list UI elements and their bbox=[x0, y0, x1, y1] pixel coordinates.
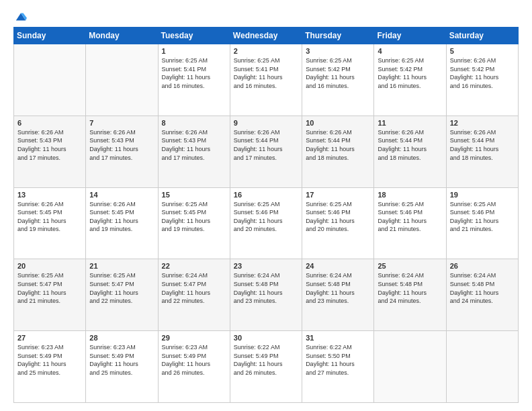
day-info: Sunrise: 6:25 AMSunset: 5:41 PMDaylight:… bbox=[234, 56, 298, 90]
day-info: Sunrise: 6:25 AMSunset: 5:41 PMDaylight:… bbox=[162, 56, 226, 90]
day-number: 9 bbox=[234, 119, 298, 127]
day-info: Sunrise: 6:25 AMSunset: 5:47 PMDaylight:… bbox=[89, 271, 154, 305]
calendar-cell: 6Sunrise: 6:26 AMSunset: 5:43 PMDaylight… bbox=[14, 116, 86, 187]
day-info: Sunrise: 6:25 AMSunset: 5:45 PMDaylight:… bbox=[162, 200, 226, 234]
day-number: 4 bbox=[378, 47, 442, 55]
day-number: 19 bbox=[450, 191, 515, 199]
day-info: Sunrise: 6:26 AMSunset: 5:44 PMDaylight:… bbox=[306, 128, 370, 162]
calendar-week-row: 1Sunrise: 6:25 AMSunset: 5:41 PMDaylight… bbox=[14, 44, 519, 116]
calendar-cell: 25Sunrise: 6:24 AMSunset: 5:48 PMDayligh… bbox=[374, 259, 446, 331]
calendar-cell bbox=[446, 331, 518, 403]
calendar-cell: 18Sunrise: 6:25 AMSunset: 5:46 PMDayligh… bbox=[374, 187, 446, 259]
calendar-day-header: Saturday bbox=[446, 28, 518, 44]
day-number: 5 bbox=[450, 47, 515, 55]
calendar-cell: 14Sunrise: 6:26 AMSunset: 5:45 PMDayligh… bbox=[86, 187, 158, 259]
day-info: Sunrise: 6:23 AMSunset: 5:49 PMDaylight:… bbox=[89, 343, 154, 377]
calendar-week-row: 20Sunrise: 6:25 AMSunset: 5:47 PMDayligh… bbox=[14, 259, 519, 331]
day-info: Sunrise: 6:24 AMSunset: 5:48 PMDaylight:… bbox=[450, 271, 515, 305]
day-info: Sunrise: 6:26 AMSunset: 5:44 PMDaylight:… bbox=[450, 128, 515, 162]
day-number: 12 bbox=[450, 119, 515, 127]
calendar-cell: 17Sunrise: 6:25 AMSunset: 5:46 PMDayligh… bbox=[302, 187, 374, 259]
day-number: 14 bbox=[89, 191, 154, 199]
day-info: Sunrise: 6:26 AMSunset: 5:44 PMDaylight:… bbox=[378, 128, 442, 162]
day-number: 23 bbox=[234, 262, 298, 270]
calendar-cell: 4Sunrise: 6:25 AMSunset: 5:42 PMDaylight… bbox=[374, 44, 446, 116]
day-number: 3 bbox=[306, 47, 370, 55]
calendar-cell: 21Sunrise: 6:25 AMSunset: 5:47 PMDayligh… bbox=[86, 259, 158, 331]
day-info: Sunrise: 6:22 AMSunset: 5:49 PMDaylight:… bbox=[234, 343, 298, 377]
calendar-cell: 16Sunrise: 6:25 AMSunset: 5:46 PMDayligh… bbox=[230, 187, 302, 259]
logo-icon bbox=[15, 11, 27, 23]
day-number: 26 bbox=[450, 262, 515, 270]
day-info: Sunrise: 6:25 AMSunset: 5:46 PMDaylight:… bbox=[378, 200, 442, 234]
day-number: 15 bbox=[162, 191, 226, 199]
calendar-cell: 13Sunrise: 6:26 AMSunset: 5:45 PMDayligh… bbox=[14, 187, 86, 259]
calendar-cell: 20Sunrise: 6:25 AMSunset: 5:47 PMDayligh… bbox=[14, 259, 86, 331]
calendar-cell: 28Sunrise: 6:23 AMSunset: 5:49 PMDayligh… bbox=[86, 331, 158, 403]
day-number: 17 bbox=[306, 191, 370, 199]
day-number: 16 bbox=[234, 191, 298, 199]
day-number: 27 bbox=[17, 334, 82, 342]
day-number: 22 bbox=[162, 262, 226, 270]
day-number: 24 bbox=[306, 262, 370, 270]
calendar-cell: 8Sunrise: 6:26 AMSunset: 5:43 PMDaylight… bbox=[158, 116, 230, 187]
day-number: 6 bbox=[17, 119, 82, 127]
calendar-cell: 24Sunrise: 6:24 AMSunset: 5:48 PMDayligh… bbox=[302, 259, 374, 331]
day-info: Sunrise: 6:26 AMSunset: 5:45 PMDaylight:… bbox=[17, 200, 82, 234]
calendar-cell: 19Sunrise: 6:25 AMSunset: 5:46 PMDayligh… bbox=[446, 187, 518, 259]
calendar-cell: 23Sunrise: 6:24 AMSunset: 5:48 PMDayligh… bbox=[230, 259, 302, 331]
header bbox=[13, 11, 519, 20]
calendar-cell: 29Sunrise: 6:23 AMSunset: 5:49 PMDayligh… bbox=[158, 331, 230, 403]
day-info: Sunrise: 6:26 AMSunset: 5:43 PMDaylight:… bbox=[17, 128, 82, 162]
calendar-cell bbox=[86, 44, 158, 116]
calendar-week-row: 27Sunrise: 6:23 AMSunset: 5:49 PMDayligh… bbox=[14, 331, 519, 403]
day-number: 30 bbox=[234, 334, 298, 342]
calendar-cell: 11Sunrise: 6:26 AMSunset: 5:44 PMDayligh… bbox=[374, 116, 446, 187]
day-info: Sunrise: 6:25 AMSunset: 5:42 PMDaylight:… bbox=[306, 56, 370, 90]
day-info: Sunrise: 6:25 AMSunset: 5:46 PMDaylight:… bbox=[450, 200, 515, 234]
calendar-day-header: Thursday bbox=[302, 28, 374, 44]
day-number: 13 bbox=[17, 191, 82, 199]
day-info: Sunrise: 6:23 AMSunset: 5:49 PMDaylight:… bbox=[162, 343, 226, 377]
calendar-cell: 26Sunrise: 6:24 AMSunset: 5:48 PMDayligh… bbox=[446, 259, 518, 331]
calendar-cell: 30Sunrise: 6:22 AMSunset: 5:49 PMDayligh… bbox=[230, 331, 302, 403]
day-info: Sunrise: 6:24 AMSunset: 5:47 PMDaylight:… bbox=[162, 271, 226, 305]
calendar-day-header: Sunday bbox=[14, 28, 86, 44]
day-info: Sunrise: 6:25 AMSunset: 5:46 PMDaylight:… bbox=[234, 200, 298, 234]
day-info: Sunrise: 6:26 AMSunset: 5:45 PMDaylight:… bbox=[89, 200, 154, 234]
calendar-day-header: Wednesday bbox=[230, 28, 302, 44]
day-info: Sunrise: 6:26 AMSunset: 5:44 PMDaylight:… bbox=[234, 128, 298, 162]
day-info: Sunrise: 6:26 AMSunset: 5:43 PMDaylight:… bbox=[162, 128, 226, 162]
day-number: 18 bbox=[378, 191, 442, 199]
page: SundayMondayTuesdayWednesdayThursdayFrid… bbox=[0, 0, 532, 411]
day-info: Sunrise: 6:24 AMSunset: 5:48 PMDaylight:… bbox=[378, 271, 442, 305]
day-number: 8 bbox=[162, 119, 226, 127]
day-info: Sunrise: 6:24 AMSunset: 5:48 PMDaylight:… bbox=[306, 271, 370, 305]
day-number: 7 bbox=[89, 119, 154, 127]
calendar-cell bbox=[14, 44, 86, 116]
day-info: Sunrise: 6:25 AMSunset: 5:42 PMDaylight:… bbox=[378, 56, 442, 90]
calendar-day-header: Monday bbox=[86, 28, 158, 44]
day-number: 1 bbox=[162, 47, 226, 55]
calendar-header-row: SundayMondayTuesdayWednesdayThursdayFrid… bbox=[14, 28, 519, 44]
calendar-cell: 7Sunrise: 6:26 AMSunset: 5:43 PMDaylight… bbox=[86, 116, 158, 187]
day-info: Sunrise: 6:22 AMSunset: 5:50 PMDaylight:… bbox=[306, 343, 370, 377]
day-number: 11 bbox=[378, 119, 442, 127]
day-number: 10 bbox=[306, 119, 370, 127]
day-number: 28 bbox=[89, 334, 154, 342]
calendar-cell: 15Sunrise: 6:25 AMSunset: 5:45 PMDayligh… bbox=[158, 187, 230, 259]
calendar-cell bbox=[374, 331, 446, 403]
calendar-cell: 1Sunrise: 6:25 AMSunset: 5:41 PMDaylight… bbox=[158, 44, 230, 116]
day-number: 25 bbox=[378, 262, 442, 270]
calendar-cell: 22Sunrise: 6:24 AMSunset: 5:47 PMDayligh… bbox=[158, 259, 230, 331]
day-number: 21 bbox=[89, 262, 154, 270]
day-info: Sunrise: 6:25 AMSunset: 5:46 PMDaylight:… bbox=[306, 200, 370, 234]
calendar-week-row: 13Sunrise: 6:26 AMSunset: 5:45 PMDayligh… bbox=[14, 187, 519, 259]
logo bbox=[13, 11, 27, 20]
calendar-day-header: Tuesday bbox=[158, 28, 230, 44]
calendar-week-row: 6Sunrise: 6:26 AMSunset: 5:43 PMDaylight… bbox=[14, 116, 519, 187]
day-info: Sunrise: 6:25 AMSunset: 5:47 PMDaylight:… bbox=[17, 271, 82, 305]
calendar-day-header: Friday bbox=[374, 28, 446, 44]
calendar-cell: 27Sunrise: 6:23 AMSunset: 5:49 PMDayligh… bbox=[14, 331, 86, 403]
calendar-cell: 5Sunrise: 6:26 AMSunset: 5:42 PMDaylight… bbox=[446, 44, 518, 116]
